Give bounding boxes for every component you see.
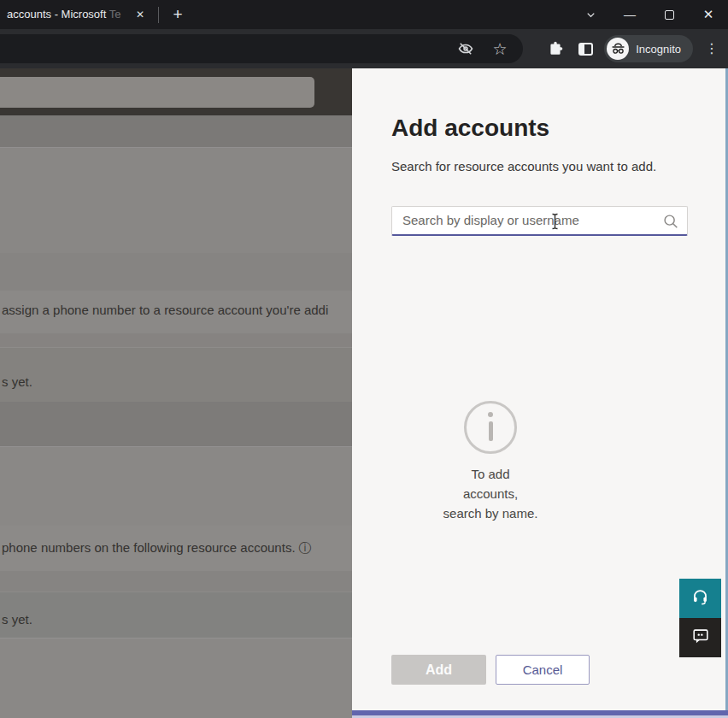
incognito-icon (607, 38, 629, 60)
tab-strip: accounts - Microsoft Te ✕ + — ✕ (0, 0, 728, 29)
background-text-line: s yet. (2, 374, 32, 389)
incognito-label: Incognito (636, 43, 681, 56)
minimize-button[interactable]: — (610, 0, 649, 29)
maximize-icon (665, 10, 674, 20)
background-text-line: phone numbers on the following resource … (2, 540, 312, 556)
maximize-button[interactable] (649, 0, 689, 29)
panel-subtitle: Search for resource accounts you want to… (391, 159, 656, 174)
dimmed-page-overlay: assign a phone number to a resource acco… (0, 68, 352, 718)
chevron-down-icon[interactable] (571, 0, 610, 29)
browser-menu-kebab-icon[interactable]: ⋮ (701, 38, 723, 60)
eye-off-icon[interactable] (455, 38, 477, 60)
browser-window: accounts - Microsoft Te ✕ + — ✕ (0, 0, 728, 718)
support-headset-button[interactable] (679, 579, 721, 618)
add-accounts-panel: Add accounts Search for resource account… (352, 68, 728, 718)
feedback-button[interactable] (679, 618, 721, 657)
close-window-button[interactable]: ✕ (689, 0, 728, 29)
empty-state: To add accounts, search by name. (422, 401, 559, 523)
tab-divider (158, 7, 159, 23)
page-title: Add accounts (391, 115, 549, 142)
extensions-puzzle-icon[interactable] (544, 38, 567, 60)
address-bar[interactable]: ☆ (0, 34, 523, 63)
incognito-profile-pill[interactable]: Incognito (604, 35, 693, 62)
page-band (0, 402, 352, 446)
browser-tab[interactable]: accounts - Microsoft Te ✕ (0, 0, 154, 29)
bookmark-star-icon[interactable]: ☆ (489, 38, 511, 60)
browser-toolbar: ☆ Incognito (0, 29, 728, 68)
text-cursor (550, 213, 560, 233)
speech-bubble-icon (691, 627, 710, 649)
panel-footer: Add Cancel (391, 655, 590, 685)
new-tab-button[interactable]: + (167, 4, 188, 25)
empty-state-caption: To add accounts, search by name. (422, 464, 559, 523)
page-band (0, 347, 352, 402)
add-button[interactable]: Add (391, 655, 486, 685)
teams-admin-search-box[interactable] (0, 77, 314, 108)
tab-title: accounts - Microsoft Te (7, 8, 120, 21)
page-band (0, 446, 352, 526)
background-text-line: s yet. (2, 612, 32, 627)
window-controls: — ✕ (571, 0, 728, 29)
floating-help-buttons (679, 579, 721, 657)
cancel-button[interactable]: Cancel (496, 655, 590, 685)
page-band (0, 253, 352, 291)
page-band (0, 147, 352, 253)
page-band (0, 333, 352, 347)
search-input[interactable] (392, 207, 687, 234)
background-text-line: assign a phone number to a resource acco… (2, 303, 328, 317)
headset-icon (691, 588, 709, 609)
account-search-box (391, 206, 688, 236)
side-panel-icon[interactable] (574, 38, 596, 60)
page-band (0, 591, 352, 638)
page-band (0, 115, 352, 147)
search-icon (661, 212, 680, 234)
page-band (0, 638, 352, 718)
info-icon: ⓘ (299, 540, 312, 555)
page-band (0, 571, 352, 591)
teams-header-bar (0, 68, 352, 115)
info-circle-icon (464, 401, 517, 454)
tab-close-icon[interactable]: ✕ (132, 7, 148, 22)
